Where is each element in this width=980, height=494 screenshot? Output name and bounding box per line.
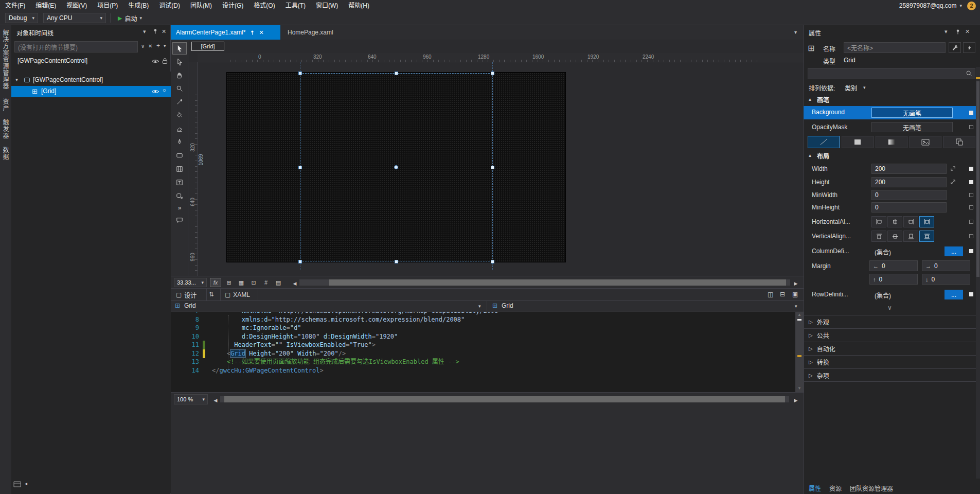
- tab-design-pane[interactable]: ▢ 设计: [172, 289, 207, 301]
- show-grid-button[interactable]: ⊞: [223, 278, 235, 287]
- new-storyboard-icon[interactable]: +: [156, 42, 160, 49]
- snap-grid-button[interactable]: ▦: [236, 278, 247, 287]
- menu-view[interactable]: 视图(V): [61, 0, 92, 11]
- eye-icon[interactable]: [151, 59, 159, 64]
- sidebar-tab-data[interactable]: 数据: [1, 147, 10, 160]
- margin-right-input[interactable]: →0: [922, 260, 970, 271]
- property-marker[interactable]: [969, 125, 973, 129]
- close-icon[interactable]: ✕: [965, 28, 970, 35]
- menu-design[interactable]: 设计(G): [217, 0, 248, 11]
- min-height-input[interactable]: 0: [871, 202, 947, 213]
- tab-alarmcenterpage[interactable]: AlarmCenterPage1.xaml* ✕: [171, 25, 280, 40]
- menu-build[interactable]: 生成(B): [123, 0, 154, 11]
- section-misc[interactable]: ▷杂项: [804, 368, 976, 382]
- effects-toggle-button[interactable]: fx: [210, 278, 221, 287]
- menu-debug[interactable]: 调试(D): [154, 0, 185, 11]
- code-line[interactable]: 10 d:DesignHeight="1080" d:DesignWidth="…: [171, 332, 804, 341]
- grid-tool[interactable]: [171, 163, 188, 175]
- selection-handle[interactable]: [395, 260, 398, 263]
- tab-xaml-pane[interactable]: ▢ XAML: [220, 289, 258, 301]
- section-appearance[interactable]: ▷外观: [804, 315, 976, 328]
- designer-zoom-dropdown[interactable]: 33.33...▾: [174, 278, 207, 287]
- scrollbar-thumb[interactable]: [329, 279, 786, 286]
- property-marker[interactable]: [969, 193, 973, 197]
- width-input[interactable]: 200: [871, 164, 947, 174]
- property-marker[interactable]: [969, 292, 973, 296]
- pan-tool[interactable]: [171, 69, 188, 81]
- paint-bucket-tool[interactable]: [171, 109, 188, 121]
- storyboard-picker[interactable]: (没有打开的情节提要): [14, 41, 138, 52]
- swap-panes-icon[interactable]: ⇅: [209, 291, 214, 298]
- code-line[interactable]: 8 xmlns:d="http://schemas.microsoft.com/…: [171, 315, 804, 324]
- xaml-editor[interactable]: 7 xmlns:mc="http://schemas.openxmlformat…: [171, 312, 804, 392]
- tab-homepage[interactable]: HomePage.xaml: [282, 25, 344, 40]
- configuration-dropdown[interactable]: Debug▾: [5, 13, 38, 23]
- menu-file[interactable]: 文件(F): [0, 0, 30, 11]
- property-marker[interactable]: [969, 205, 973, 209]
- pin-slot-icon[interactable]: ○: [163, 87, 166, 93]
- code-line[interactable]: 11 HeaderText="" IsViewboxEnabled="True"…: [171, 341, 804, 349]
- code-line[interactable]: 14</gwccHu:GWPageContentControl>: [171, 366, 804, 375]
- property-marker[interactable]: [969, 220, 973, 224]
- scroll-left-button[interactable]: ◀: [291, 279, 298, 288]
- arrange-by-dropdown[interactable]: 类别: [845, 83, 857, 92]
- editor-vscrollbar[interactable]: ▲ ▼: [795, 312, 804, 392]
- scrollbar-thumb[interactable]: [976, 81, 979, 277]
- properties-vscrollbar[interactable]: [976, 67, 980, 479]
- snaplines-button[interactable]: #: [260, 278, 272, 287]
- min-width-input[interactable]: 0: [871, 190, 947, 200]
- column-definitions-edit-button[interactable]: ...: [945, 246, 963, 256]
- scroll-left-button[interactable]: ◀: [212, 396, 219, 405]
- eye-icon[interactable]: [151, 89, 159, 94]
- sidebar-tab-assets[interactable]: 资产: [1, 98, 10, 112]
- avatar[interactable]: 2: [967, 2, 976, 10]
- selection-handle[interactable]: [298, 260, 302, 263]
- pen-tool[interactable]: [171, 136, 188, 148]
- chevron-down-icon[interactable]: ▾: [863, 85, 866, 90]
- background-value-box[interactable]: 无画笔: [871, 108, 953, 118]
- menu-project[interactable]: 项目(P): [92, 0, 123, 11]
- null-brush-button[interactable]: [808, 136, 840, 148]
- account-chevron-icon[interactable]: ▾: [959, 3, 962, 8]
- editor-zoom-dropdown[interactable]: 100 %▾: [174, 394, 208, 404]
- expand-pane-icon[interactable]: ▣: [792, 291, 798, 298]
- menu-window[interactable]: 窗口(W): [311, 0, 343, 11]
- panel-menu-chevron-icon[interactable]: ▾: [143, 28, 146, 35]
- halign-left-button[interactable]: [871, 216, 886, 227]
- account-name[interactable]: 258979087@qq.com: [899, 2, 957, 9]
- valign-center-button[interactable]: [887, 231, 902, 242]
- menu-team[interactable]: 团队(M): [185, 0, 217, 11]
- breadcrumb-xaml[interactable]: ⊞ Grid ▾: [488, 301, 804, 311]
- selection-handle[interactable]: [491, 260, 494, 263]
- search-icon[interactable]: [966, 70, 973, 77]
- properties-mode-button[interactable]: [949, 42, 961, 53]
- halign-center-button[interactable]: [887, 216, 902, 227]
- scroll-up-icon[interactable]: ▲: [797, 312, 801, 317]
- tab-list-chevron-icon[interactable]: ▾: [794, 29, 797, 35]
- property-marker[interactable]: [969, 249, 973, 253]
- collapse-all-icon[interactable]: ∨: [141, 43, 145, 49]
- show-advanced-properties-button[interactable]: ∨: [804, 304, 976, 312]
- storyboard-options-chevron-icon[interactable]: ▾: [164, 43, 166, 48]
- margin-left-input[interactable]: ←0: [869, 260, 918, 271]
- rectangle-tool[interactable]: [171, 149, 188, 162]
- opacity-mask-value-box[interactable]: 无画笔: [871, 122, 953, 132]
- selection-center-anchor[interactable]: [394, 165, 398, 169]
- valign-bottom-button[interactable]: [903, 231, 918, 242]
- code-line[interactable]: 13 <!--如果要使用页面缩放功能 组态完成后需要勾选IsViewboxEna…: [171, 358, 804, 366]
- selection-handle[interactable]: [298, 166, 302, 169]
- brush-resource-button[interactable]: [943, 136, 975, 148]
- menu-format[interactable]: 格式(O): [248, 0, 280, 11]
- menu-edit[interactable]: 编辑(E): [30, 0, 61, 11]
- size-mode-icon[interactable]: [950, 179, 956, 185]
- tree-row-grid-selected[interactable]: ⊞ [Grid] ○: [11, 86, 171, 97]
- property-marker[interactable]: [969, 167, 973, 171]
- pin-icon[interactable]: [250, 30, 255, 36]
- code-line[interactable]: 7 xmlns:mc="http://schemas.openxmlformat…: [171, 312, 804, 315]
- breadcrumb-design[interactable]: ⊞ Grid ▾: [171, 301, 487, 311]
- margin-bottom-input[interactable]: ↓0: [922, 274, 970, 285]
- close-icon[interactable]: ✕: [162, 28, 166, 35]
- eraser-tool[interactable]: [171, 122, 188, 135]
- panel-menu-chevron-icon[interactable]: ▾: [945, 28, 948, 35]
- selection-tool[interactable]: [172, 42, 187, 55]
